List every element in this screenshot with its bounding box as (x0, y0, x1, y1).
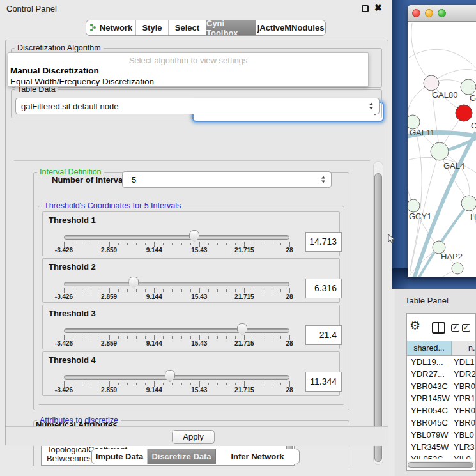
checkbox-checked-icon[interactable]: ✓ (462, 324, 470, 332)
table-row[interactable]: YLR345WYLR3 (407, 441, 475, 453)
tick-mark (163, 243, 164, 245)
tick-label: -3.426 (45, 387, 83, 394)
column-header-name[interactable]: n... (452, 341, 475, 355)
number-of-intervals-label: Number of Intervals (52, 175, 130, 185)
slider-track[interactable] (64, 375, 289, 380)
checkbox-checked-icon[interactable]: ✓ (451, 324, 459, 332)
tick-mark (217, 383, 218, 385)
tick-mark (163, 336, 164, 339)
slider-track[interactable] (64, 235, 289, 240)
table-row[interactable]: YBR043CYBR0 (407, 380, 475, 392)
gear-icon[interactable]: ⚙ (410, 318, 420, 333)
tick-mark (289, 381, 290, 387)
tick-label: 15.43 (180, 387, 219, 394)
tick-mark (118, 336, 119, 339)
scrollbar-thumb[interactable] (374, 173, 382, 462)
traffic-light-green[interactable] (438, 9, 446, 17)
settings-scrollbar[interactable] (373, 161, 383, 465)
network-window-titlebar (408, 5, 476, 22)
slider-track[interactable] (64, 282, 289, 286)
tick-mark (208, 289, 209, 292)
tick-mark (82, 289, 82, 292)
column-header-shared-name[interactable]: shared... (407, 341, 452, 355)
node-bottom[interactable] (452, 263, 463, 274)
tick-mark (226, 336, 227, 339)
tab-label: Cyni Toolbox (206, 20, 256, 36)
traffic-light-yellow[interactable] (425, 9, 433, 17)
apply-button[interactable]: Apply (172, 430, 215, 444)
slider-thumb[interactable] (189, 230, 199, 242)
tab-jactivemnodules[interactable]: jActiveMNodules (256, 20, 325, 35)
table-cell: YBR0 (452, 380, 475, 392)
node-gal4[interactable] (431, 142, 449, 160)
slider-thumb[interactable] (128, 277, 139, 289)
table-row[interactable]: YIL052CYIL0 (407, 453, 475, 459)
tab-discretize-data[interactable]: Discretize Data (148, 449, 216, 464)
table-header: shared... n... (407, 341, 475, 356)
table-data-combobox[interactable]: galFiltered.sif default node (15, 98, 380, 114)
traffic-light-red[interactable] (412, 9, 420, 17)
tab-infer-network[interactable]: Infer Network (216, 449, 299, 464)
threshold-value-field[interactable]: 6.316 (305, 279, 342, 298)
network-window: GAL80 GA C GAL11 GAL4 GCY1 H HAP2 (408, 5, 476, 277)
tick-mark (82, 383, 82, 385)
dropdown-option-equal-width-frequency[interactable]: Equal Width/Frequency Discretization (10, 77, 154, 86)
tick-label: 2.859 (90, 340, 128, 347)
number-of-intervals-combobox[interactable]: 5 (122, 171, 332, 188)
columns-icon[interactable] (432, 322, 445, 334)
table-cell: YLR345W (407, 441, 452, 453)
tick-mark (100, 383, 100, 385)
table-row[interactable]: YDR27...YDR2 (407, 368, 475, 380)
slider-thumb[interactable] (165, 370, 175, 382)
slider-track[interactable] (64, 328, 289, 333)
table-cell: YPR145W (407, 392, 452, 404)
table-panel-title: Table Panel (405, 296, 449, 305)
scrollbar-thumb[interactable] (408, 462, 473, 468)
table-panel-box: ⚙ ✓ ✓ shared... n... YDL19...YDL1YDR27..… (406, 313, 476, 471)
table-row[interactable]: YDL19...YDL1 (407, 356, 475, 368)
table-cell: YBR0 (452, 417, 475, 429)
threshold-value-field[interactable]: 11.344 (305, 372, 342, 392)
tick-mark (109, 335, 110, 340)
top-tab-bar: NetworkStyleSelectCyni ToolboxjActiveMNo… (86, 20, 326, 36)
tab-cyni-toolbox[interactable]: Cyni Toolbox (206, 20, 256, 35)
threshold-value-field[interactable]: 14.713 (305, 232, 342, 252)
table-row[interactable]: YBL079WYBL0 (407, 429, 475, 441)
tick-mark (244, 288, 245, 293)
table-horizontal-scrollbar[interactable] (407, 461, 475, 468)
table-row[interactable]: YER054CYER0 (407, 404, 475, 417)
threshold-value-field[interactable]: 21.4 (305, 325, 342, 345)
float-window-icon[interactable] (362, 5, 369, 12)
tick-label: 9.144 (135, 340, 173, 347)
node-selected-red[interactable] (456, 105, 472, 121)
tab-impute-data[interactable]: Impute Data (92, 449, 148, 464)
network-canvas[interactable]: GAL80 GA C GAL11 GAL4 GCY1 H HAP2 (408, 22, 476, 277)
tab-style[interactable]: Style (136, 20, 169, 35)
tick-mark (64, 335, 65, 340)
close-icon[interactable]: ✖ (374, 3, 382, 13)
threshold-label: Threshold 3 (49, 309, 96, 318)
tick-mark (172, 336, 173, 339)
node-h[interactable] (461, 196, 476, 211)
tick-mark (254, 336, 254, 339)
tick-mark (163, 383, 164, 385)
node-gcy1[interactable] (408, 199, 420, 212)
tick-label: 9.144 (135, 387, 173, 394)
tick-label: 21.715 (225, 387, 263, 394)
node-gal80[interactable] (424, 75, 439, 91)
threshold-row: Threshold 3 -3.4262.8599.14415.4321.7152… (42, 305, 340, 349)
table-row[interactable]: YBR045CYBR0 (407, 417, 475, 429)
table-cell: YBR043C (407, 380, 452, 392)
node-gal11[interactable] (408, 115, 420, 129)
dropdown-option-manual-discretization[interactable]: Manual Discretization (10, 66, 99, 75)
node-ga[interactable] (461, 79, 476, 95)
slider-thumb[interactable] (237, 323, 247, 335)
tick-mark (280, 289, 281, 292)
table-row[interactable]: YPR145WYPR1 (407, 392, 475, 404)
tab-label: Select (175, 23, 199, 33)
tab-network[interactable]: Network (86, 20, 136, 35)
network-nodes[interactable] (408, 75, 476, 274)
tick-mark (226, 383, 227, 385)
tab-label: Impute Data (96, 452, 143, 461)
tab-select[interactable]: Select (169, 20, 206, 35)
